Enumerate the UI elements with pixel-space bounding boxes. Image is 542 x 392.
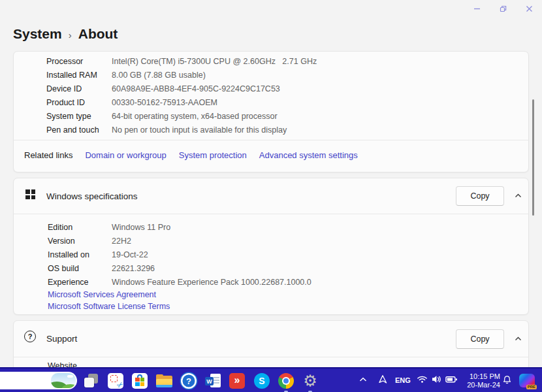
chrome-icon[interactable]: [278, 372, 295, 389]
spec-value: 22H2: [112, 237, 131, 246]
spec-value: 60A98A9E-ABB8-4EF4-905C-9224C9C17C53: [112, 84, 280, 93]
spec-label: Experience: [48, 278, 89, 287]
file-explorer-icon[interactable]: [155, 372, 172, 389]
windows-specifications-title: Windows specifications: [46, 191, 138, 201]
spec-label: Product ID: [46, 98, 85, 107]
divider: [14, 357, 528, 357]
skype-icon[interactable]: S: [253, 372, 270, 389]
settings-window: System › About Processor Intel(R) Core(T…: [0, 0, 542, 392]
tray-chevron-up-icon[interactable]: [359, 377, 367, 382]
microsoft-store-icon[interactable]: [131, 372, 148, 389]
breadcrumb: System › About: [13, 26, 118, 42]
spec-label: Installed RAM: [46, 71, 97, 80]
spec-value: 00330-50162-75913-AAOEM: [112, 98, 217, 107]
divider: [14, 140, 528, 140]
wifi-icon[interactable]: [417, 375, 428, 384]
clock[interactable]: 10:15 PM 20-Mar-24: [457, 372, 500, 389]
spec-row-system-type: System type 64-bit operating system, x64…: [14, 110, 528, 123]
close-icon[interactable]: [520, 1, 538, 16]
restore-icon[interactable]: [494, 1, 512, 16]
taskbar: ✂ ? W » S ⚙: [0, 367, 542, 392]
spec-label: Processor: [46, 57, 83, 66]
divider: [14, 214, 528, 214]
spec-row-experience: Experience Windows Feature Experience Pa…: [14, 276, 528, 289]
support-card: ? Support Copy Website: [13, 320, 529, 372]
spec-label: Pen and touch: [46, 125, 99, 135]
search-daily-image: [51, 373, 76, 388]
spec-value: 8.00 GB (7.88 GB usable): [112, 71, 206, 80]
scissors-icon: ✂: [115, 379, 125, 390]
spec-label: OS build: [48, 264, 79, 273]
windows-logo-icon: [25, 189, 35, 199]
scrollbar-thumb[interactable]: [532, 99, 534, 216]
link-advanced-system-settings[interactable]: Advanced system settings: [259, 150, 358, 160]
spec-row-installed-ram: Installed RAM 8.00 GB (7.88 GB usable): [14, 69, 528, 82]
language-indicator[interactable]: ENG: [395, 376, 411, 384]
spec-value: 22621.3296: [112, 264, 155, 273]
breadcrumb-system[interactable]: System: [13, 26, 62, 42]
snipping-tool-icon[interactable]: ✂: [107, 372, 124, 389]
link-domain-or-workgroup[interactable]: Domain or workgroup: [85, 150, 166, 160]
copilot-icon[interactable]: PRE: [519, 374, 535, 387]
copilot-preview-badge: PRE: [526, 385, 537, 389]
spec-label: Device ID: [46, 84, 82, 93]
spec-row-processor: Processor Intel(R) Core(TM) i5-7300U CPU…: [14, 55, 528, 69]
collapse-support-button[interactable]: [509, 330, 527, 347]
settings-gear-icon[interactable]: ⚙: [302, 372, 319, 389]
copy-support-button[interactable]: Copy: [456, 329, 504, 349]
windows-specifications-card: Windows specifications Copy Edition Wind…: [13, 178, 529, 315]
speaker-icon[interactable]: [432, 375, 441, 384]
minimize-icon[interactable]: [468, 1, 486, 16]
spec-value: Windows Feature Experience Pack 1000.226…: [112, 278, 311, 287]
word-icon[interactable]: W: [204, 372, 221, 389]
pointer-icon[interactable]: [377, 374, 388, 385]
link-system-protection[interactable]: System protection: [179, 150, 247, 160]
spec-value: 64-bit operating system, x64-based proce…: [112, 112, 278, 121]
spec-value: Windows 11 Pro: [112, 223, 170, 232]
notification-bell-icon[interactable]: [502, 375, 512, 385]
task-view-icon[interactable]: [83, 372, 100, 389]
spec-row-pen-touch: Pen and touch No pen or touch input is a…: [14, 123, 528, 137]
spec-label: System type: [46, 112, 91, 121]
related-links-row: Related links Domain or workgroup System…: [24, 150, 358, 160]
chevron-right-icon: ›: [69, 28, 72, 41]
spec-row-version: Version 22H2: [14, 235, 528, 248]
spec-value: 19-Oct-22: [112, 250, 148, 259]
spec-label: Installed on: [48, 250, 89, 259]
spec-label: Edition: [48, 223, 72, 232]
titlebar: [0, 0, 542, 20]
link-microsoft-services-agreement[interactable]: Microsoft Services Agreement: [48, 290, 156, 299]
get-help-icon[interactable]: ?: [180, 372, 197, 389]
search-input[interactable]: [0, 372, 77, 389]
support-title: Support: [46, 334, 77, 344]
spec-row-edition: Edition Windows 11 Pro: [14, 221, 528, 235]
copy-windows-specs-button[interactable]: Copy: [456, 186, 504, 206]
battery-icon[interactable]: [445, 376, 458, 384]
related-links-label: Related links: [24, 150, 72, 160]
spec-row-installed-on: Installed on 19-Oct-22: [14, 248, 528, 262]
spec-label: Version: [48, 237, 75, 246]
spec-value: No pen or touch input is available for t…: [112, 125, 287, 135]
link-microsoft-software-license-terms[interactable]: Microsoft Software License Terms: [48, 302, 170, 311]
spec-row-device-id: Device ID 60A98A9E-ABB8-4EF4-905C-9224C9…: [14, 82, 528, 96]
red-arrows-app-icon[interactable]: »: [229, 372, 246, 389]
device-specifications-card: Processor Intel(R) Core(TM) i5-7300U CPU…: [13, 51, 529, 172]
clock-date: 20-Mar-24: [457, 381, 500, 389]
page-title: About: [78, 26, 118, 42]
clock-time: 10:15 PM: [457, 372, 500, 381]
collapse-windows-specs-button[interactable]: [509, 187, 527, 204]
help-circle-icon: ?: [24, 331, 36, 342]
spec-value: Intel(R) Core(TM) i5-7300U CPU @ 2.60GHz…: [112, 57, 317, 66]
spec-row-product-id: Product ID 00330-50162-75913-AAOEM: [14, 96, 528, 110]
spec-row-os-build: OS build 22621.3296: [14, 262, 528, 276]
